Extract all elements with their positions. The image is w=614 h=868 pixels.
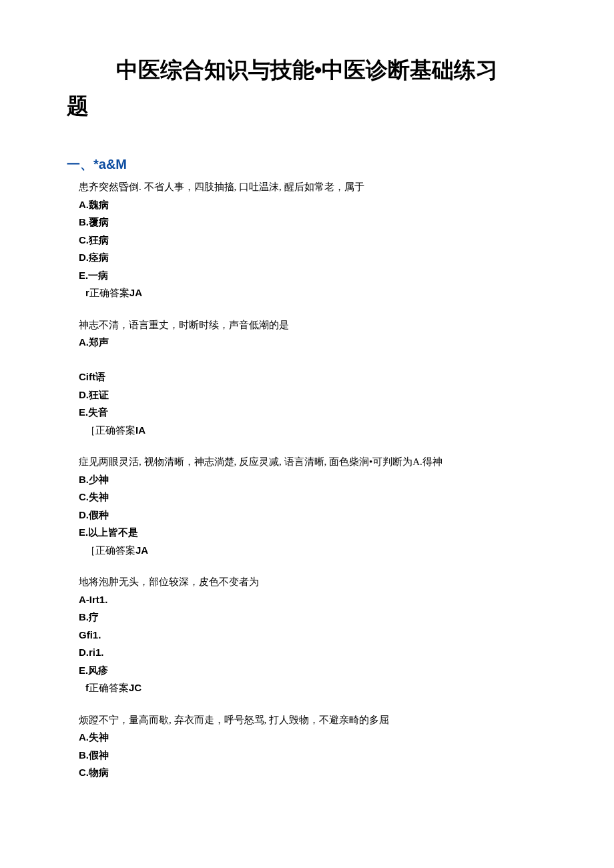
answer-prefix: ［ (85, 545, 95, 556)
question-block: 患齐突然昏倒. 不省人事，四肢抽搐, 口吐温沫, 醒后如常老，属于 A.魏病 B… (67, 179, 547, 302)
option-text: E.以上皆不是 (79, 526, 138, 538)
option-d: D.ri1. (79, 644, 547, 662)
option-text: D.痉病 (79, 252, 109, 263)
option-a: A-Irt1. (79, 591, 547, 609)
option-text: C.狂病 (79, 234, 109, 246)
option-a: A.魏病 (79, 196, 547, 214)
title-line-2: 题 (67, 89, 547, 123)
option-e: E.失音 (79, 404, 547, 422)
option-d: D.狂证 (79, 386, 547, 404)
option-c: Gfi1. (79, 626, 547, 644)
option-c: C.失神 (79, 488, 547, 506)
option-blank (79, 352, 547, 369)
option-c: Cift语 (79, 368, 547, 386)
option-text: Cift语 (79, 371, 105, 382)
option-text: A.魏病 (79, 199, 109, 210)
question-stem: 神志不清，语言重丈，时断时续，声音低潮的是 (79, 317, 547, 334)
option-text: Gfi1. (79, 629, 101, 640)
option-text: E.风疹 (79, 665, 108, 676)
option-text: C.物病 (79, 767, 109, 778)
answer-line: r正确答案JA (79, 284, 547, 302)
answer-mid: 正确答案 (89, 683, 129, 693)
document-page: 中医综合知识与技能•中医诊断基础练习 题 一、*a&M 患齐突然昏倒. 不省人事… (0, 0, 614, 822)
question-block: 地将泡肿无头，部位较深，皮色不变者为 A-Irt1. B.疗 Gfi1. D.r… (67, 574, 547, 697)
option-text: B.疗 (79, 611, 99, 622)
option-text: A-Irt1. (79, 594, 107, 605)
answer-suffix: IA (135, 424, 145, 436)
stem-text: 症见两眼灵活, 视物清晰，神志淌楚, 反应灵减, 语言清晰, 面色柴涧•可判断为… (79, 456, 442, 467)
answer-line: ［正确答案IA (79, 422, 547, 440)
option-b: B.少神 (79, 471, 547, 489)
answer-line: ［正确答案JA (79, 542, 547, 560)
option-text: E.一病 (79, 270, 108, 281)
option-e: E.风疹 (79, 662, 547, 680)
title-line-1: 中医综合知识与技能•中医诊断基础练习 (67, 53, 547, 87)
title-block: 中医综合知识与技能•中医诊断基础练习 题 (67, 53, 547, 122)
option-text: A.失神 (79, 731, 109, 743)
answer-suffix: JC (129, 682, 141, 693)
option-c: C.狂病 (79, 232, 547, 250)
option-text: B.少神 (79, 474, 109, 485)
answer-suffix: JA (135, 544, 148, 556)
question-stem: 地将泡肿无头，部位较深，皮色不变者为 (79, 574, 547, 591)
answer-mid: 正确答案 (95, 545, 135, 556)
question-stem: 症见两眼灵活, 视物清晰，神志淌楚, 反应灵减, 语言清晰, 面色柴涧•可判断为… (79, 454, 547, 471)
section-header: 一、*a&M (67, 155, 547, 173)
question-block: 烦蹬不宁，量高而歇, 弃衣而走，呼号怒骂, 打人毁物，不避亲畸的多屈 A.失神 … (67, 712, 547, 782)
question-block: 神志不清，语言重丈，时断时续，声音低潮的是 A.郑声 Cift语 D.狂证 E.… (67, 317, 547, 440)
option-text: B.覆病 (79, 216, 109, 228)
option-text: C.失神 (79, 491, 109, 502)
answer-prefix: ［ (85, 425, 95, 436)
option-b: B.覆病 (79, 213, 547, 232)
option-a: A.失神 (79, 729, 547, 747)
option-c: C.物病 (79, 764, 547, 782)
option-e: E.以上皆不是 (79, 524, 547, 542)
option-text: A.郑声 (79, 336, 109, 348)
question-block: 症见两眼灵活, 视物清晰，神志淌楚, 反应灵减, 语言清晰, 面色柴涧•可判断为… (67, 454, 547, 559)
option-text: D.狂证 (79, 389, 109, 400)
option-text: E.失音 (79, 406, 108, 418)
option-a: A.郑声 (79, 334, 547, 352)
answer-mid: 正确答案 (95, 425, 135, 436)
answer-suffix: JA (129, 287, 142, 298)
answer-line: f正确答案JC (79, 679, 547, 697)
option-e: E.一病 (79, 267, 547, 285)
question-stem: 烦蹬不宁，量高而歇, 弃衣而走，呼号怒骂, 打人毁物，不避亲畸的多屈 (79, 712, 547, 729)
option-text: D.假种 (79, 509, 109, 520)
option-text: D.ri1. (79, 646, 104, 658)
option-b: B.假神 (79, 747, 547, 765)
option-text: B.假神 (79, 749, 109, 761)
option-d: D.痉病 (79, 249, 547, 267)
question-stem: 患齐突然昏倒. 不省人事，四肢抽搐, 口吐温沫, 醒后如常老，属于 (79, 179, 547, 196)
option-b: B.疗 (79, 608, 547, 626)
option-d: D.假种 (79, 506, 547, 524)
answer-mid: 正确答案 (89, 288, 129, 298)
